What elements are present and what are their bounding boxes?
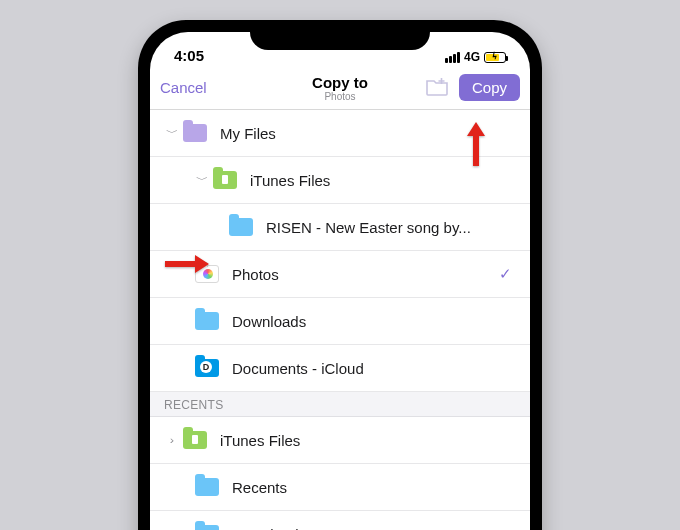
recents-item-itunes[interactable]: › iTunes Files: [150, 417, 530, 464]
tree-item-documents-icloud[interactable]: Documents - iCloud: [150, 345, 530, 392]
chevron-down-icon[interactable]: ﹀: [192, 173, 212, 187]
folder-icon: [194, 357, 220, 379]
checkmark-icon: ✓: [499, 265, 512, 283]
section-recents: RECENTS: [150, 392, 530, 417]
folder-icon: [182, 429, 208, 451]
tree-item-downloads[interactable]: Downloads: [150, 298, 530, 345]
folder-icon: [212, 169, 238, 191]
annotation-arrow-photos: [165, 253, 209, 279]
tree-label: Downloads: [232, 313, 516, 330]
chevron-down-icon[interactable]: ﹀: [162, 126, 182, 140]
page-subtitle: Photos: [312, 91, 368, 102]
annotation-arrow-copy: [465, 122, 487, 170]
svg-marker-2: [467, 122, 485, 166]
notch: [250, 20, 430, 50]
tree-label: Downloads: [232, 526, 516, 531]
folder-icon: [194, 310, 220, 332]
network-label: 4G: [464, 50, 480, 64]
new-folder-icon[interactable]: [425, 76, 449, 100]
tree-item-risen[interactable]: RISEN - New Easter song by...: [150, 204, 530, 251]
tree-label: Documents - iCloud: [232, 360, 516, 377]
status-time: 4:05: [174, 47, 204, 64]
svg-marker-3: [165, 255, 209, 273]
cancel-button[interactable]: Cancel: [160, 79, 207, 96]
page-title: Copy to: [312, 74, 368, 91]
chevron-right-icon[interactable]: ›: [162, 434, 182, 446]
tree-label: Recents: [232, 479, 516, 496]
folder-tree[interactable]: ﹀ My Files ﹀ iTunes Files RISEN - New Ea…: [150, 110, 530, 530]
tree-label: iTunes Files: [220, 432, 516, 449]
recents-item-recents[interactable]: Recents: [150, 464, 530, 511]
tree-label: Photos: [232, 266, 499, 283]
folder-icon: [194, 523, 220, 530]
folder-icon: [228, 216, 254, 238]
recents-item-downloads[interactable]: Downloads: [150, 511, 530, 530]
copy-button[interactable]: Copy: [459, 74, 520, 101]
signal-icon: [445, 52, 460, 63]
folder-icon: [182, 122, 208, 144]
screen: 4:05 4G Cancel Copy to Photos: [150, 32, 530, 530]
tree-label: RISEN - New Easter song by...: [266, 219, 516, 236]
nav-header: Cancel Copy to Photos Copy: [150, 66, 530, 110]
tree-label: iTunes Files: [250, 172, 516, 189]
battery-icon: [484, 52, 506, 63]
title-wrap: Copy to Photos: [312, 74, 368, 102]
folder-icon: [194, 476, 220, 498]
